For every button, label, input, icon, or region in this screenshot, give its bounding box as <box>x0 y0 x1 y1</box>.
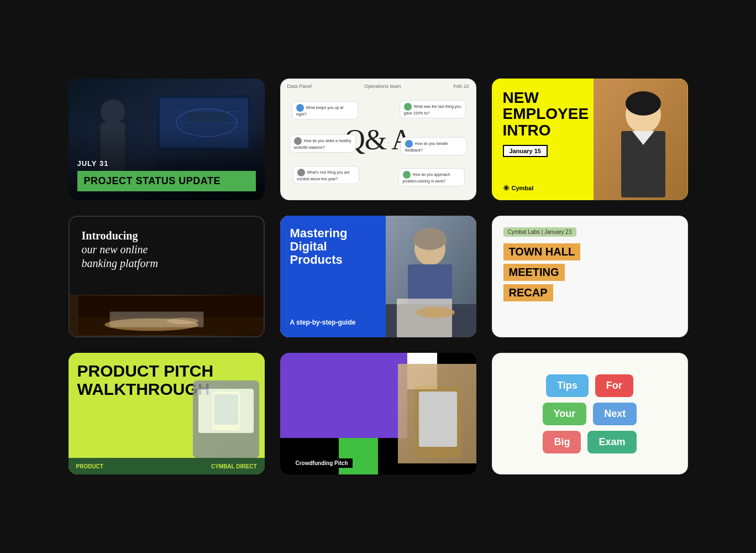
banking-image <box>70 295 264 336</box>
card-content: JULY 31 PROJECT STATUS UPDATE <box>69 150 265 200</box>
banking-line3: banking platform <box>82 257 158 269</box>
town-hall-line1: TOWN HALL <box>503 243 676 260</box>
pitch-label-right: CYMBAL DIRECT <box>211 463 257 469</box>
tag-your: Your <box>543 403 587 425</box>
banking-text: Introducing our new online banking platf… <box>82 229 251 270</box>
svg-rect-19 <box>109 311 203 327</box>
tips-row-1: Tips For <box>546 374 633 397</box>
card-new-employee[interactable]: NEW EMPLOYEE INTRO January 15 ✳ Cymbal <box>492 79 688 200</box>
qa-header-right: Feb 10 <box>453 84 469 89</box>
avatar-3 <box>294 137 302 145</box>
new-employee-date: January 15 <box>503 145 548 157</box>
digital-products-subtitle: A step-by-step-guide <box>290 319 378 326</box>
banking-line2: our new online <box>82 243 148 255</box>
product-pitch-bottom: PRODUCT CYMBAL DIRECT <box>69 458 265 474</box>
svg-point-27 <box>416 307 455 318</box>
bubble-5: What's one thing you are excited about t… <box>293 166 359 184</box>
avatar-1 <box>296 104 304 112</box>
cymbal-asterisk-icon: ✳ <box>503 184 510 192</box>
tips-row-2: Your Next <box>543 403 637 425</box>
green-accent <box>339 438 378 474</box>
svg-rect-34 <box>419 392 457 447</box>
bubble-6: How do you approach problem-solving in w… <box>398 168 465 186</box>
phone-image <box>193 380 259 458</box>
banking-line1: Introducing <box>82 229 138 242</box>
avatar-5 <box>297 169 305 176</box>
tech-title-line1: Tech <box>291 364 348 382</box>
person-photo <box>594 79 687 200</box>
template-grid: JULY 31 PROJECT STATUS UPDATE Data Panel… <box>35 45 721 508</box>
digital-products-image <box>386 216 476 337</box>
qa-header-center: Operations team <box>364 84 401 89</box>
tag-exam: Exam <box>587 431 636 453</box>
svg-rect-26 <box>397 299 452 337</box>
svg-point-14 <box>626 91 661 116</box>
tech-gadget-title: Tech Gadget <box>291 364 348 400</box>
card-banking[interactable]: Introducing our new online banking platf… <box>69 216 265 337</box>
tag-next: Next <box>593 403 637 425</box>
qa-header-left: Data Panel <box>287 84 312 89</box>
tag-big: Big <box>543 431 581 453</box>
bubble-2: What was the last thing you gave 100% to… <box>400 100 466 118</box>
bubble-3: How do you strike a healthy work/life ba… <box>290 134 356 153</box>
svg-rect-24 <box>413 239 447 244</box>
town-hall-word-3: RECAP <box>503 284 553 301</box>
crowdfunding-label: Crowdfunding Pitch <box>291 458 353 468</box>
hand-image <box>398 364 476 461</box>
card-date: JULY 31 <box>77 159 256 168</box>
bubble-1: What keeps you up at night? <box>292 101 358 119</box>
tag-for: For <box>595 374 633 397</box>
avatar-2 <box>404 103 412 111</box>
avatar-6 <box>403 171 411 179</box>
svg-rect-31 <box>214 394 238 425</box>
town-hall-word-2: MEETING <box>503 264 565 281</box>
banking-title: Introducing our new online banking platf… <box>82 229 251 270</box>
card-title: PROJECT STATUS UPDATE <box>77 171 256 191</box>
digital-products-title: Mastering Digital Products <box>290 227 378 267</box>
card-product-pitch[interactable]: PRODUCT PITCH WALKTHROUGH PRODUCT CYMBAL… <box>69 353 265 474</box>
card-tech-gadget[interactable]: Tech Gadget Crowdfunding Pitch <box>280 353 476 474</box>
card-project-status[interactable]: JULY 31 PROJECT STATUS UPDATE <box>69 79 265 200</box>
town-hall-tag: Cymbal Labs | January 23 <box>503 227 576 237</box>
tag-tips: Tips <box>546 374 589 397</box>
pitch-label-left: PRODUCT <box>76 463 103 469</box>
card-qa[interactable]: Data Panel Operations team Feb 10 Q& A W… <box>280 79 476 200</box>
card-town-hall[interactable]: Cymbal Labs | January 23 TOWN HALL MEETI… <box>492 216 688 337</box>
cymbal-logo: ✳ Cymbal <box>503 184 534 192</box>
avatar-4 <box>405 140 413 148</box>
town-hall-line2: MEETING <box>503 264 676 281</box>
tech-title-line2: Gadget <box>291 382 348 400</box>
tips-row-3: Big Exam <box>543 431 636 453</box>
cymbal-brand: Cymbal <box>512 185 534 191</box>
qa-header: Data Panel Operations team Feb 10 <box>287 84 469 89</box>
town-hall-word-1: TOWN HALL <box>503 243 581 260</box>
card-tips[interactable]: Tips For Your Next Big Exam <box>492 353 688 474</box>
town-hall-line3: RECAP <box>503 284 676 301</box>
card-digital-products[interactable]: Mastering Digital Products A step-by-ste… <box>280 216 476 337</box>
bubble-4: How do you handle feedback? <box>401 137 467 155</box>
town-hall-title-block: TOWN HALL MEETING RECAP <box>503 243 676 301</box>
